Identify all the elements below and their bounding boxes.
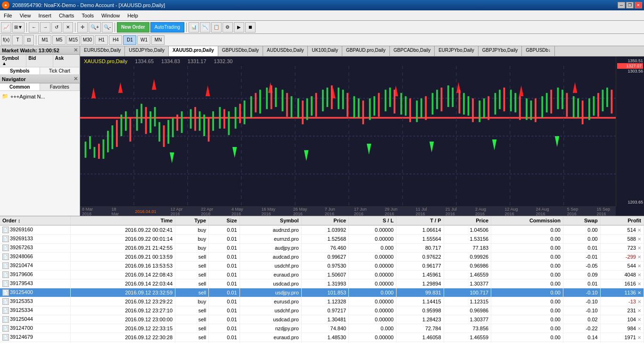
chart-tab-gbpusd[interactable]: GBPUSDbо,Daily: [218, 46, 263, 56]
col-commission[interactable]: Commission: [491, 216, 563, 225]
nav-tab-favorites[interactable]: Favorites: [40, 83, 80, 90]
close-order-icon[interactable]: ✕: [637, 272, 641, 278]
col-cprice[interactable]: Price: [444, 216, 491, 225]
close-order-icon[interactable]: ✕: [637, 263, 641, 269]
menu-view[interactable]: View: [16, 12, 35, 19]
navigator-close[interactable]: ✕: [74, 76, 78, 82]
cell-commission: 0.00: [491, 324, 563, 333]
tf-h1[interactable]: H1: [95, 35, 108, 45]
chart-tab-gbpaud[interactable]: GBPAUD.pro,Daily: [342, 46, 390, 56]
trading-area: Order ↕ Time Type Size Symbol Price S / …: [0, 216, 644, 343]
menu-file[interactable]: File: [0, 12, 16, 19]
close-order-icon[interactable]: ✕: [637, 254, 641, 260]
back-button[interactable]: ←: [29, 22, 39, 33]
svg-rect-65: [250, 96, 252, 118]
svg-rect-123: [550, 90, 552, 113]
svg-rect-48: [163, 125, 165, 147]
orders-table-container[interactable]: Order ↕ Time Type Size Symbol Price S / …: [0, 216, 644, 343]
cell-profit: 544 ✕: [600, 261, 644, 270]
zoom-out-button[interactable]: 🔍-: [102, 22, 113, 33]
close-order-icon[interactable]: ✕: [637, 290, 641, 295]
crosshair-button[interactable]: ✛: [77, 22, 88, 33]
forward-button[interactable]: →: [40, 22, 50, 33]
close-order-icon[interactable]: ✕: [637, 326, 641, 331]
new-order-button[interactable]: New Order: [117, 22, 149, 33]
col-order[interactable]: Order ↕: [0, 216, 71, 225]
mw-ask-col[interactable]: Ask: [53, 55, 80, 67]
svg-rect-105: [459, 90, 461, 113]
menu-window[interactable]: Window: [98, 12, 124, 19]
col-symbol[interactable]: Symbol: [239, 216, 301, 225]
cell-symbol: usdchf.pro: [239, 261, 301, 270]
menu-insert[interactable]: Insert: [34, 12, 55, 19]
close-order-icon[interactable]: ✕: [637, 308, 641, 313]
menu-charts[interactable]: Charts: [55, 12, 78, 19]
profiles-button[interactable]: ⊞▼: [12, 22, 25, 33]
cell-tp: 72.784: [396, 324, 444, 333]
navigator-item[interactable]: 📁 +++Agimat N...: [2, 93, 78, 100]
chart-tab-gbpjpy[interactable]: GBPJPYbo,Daily: [479, 46, 522, 56]
market-watch-close[interactable]: ✕: [74, 47, 78, 53]
close-order-icon[interactable]: ✕: [637, 317, 641, 322]
nav-tab-common[interactable]: Common: [0, 83, 40, 90]
toolbar-btn-3[interactable]: 📋: [211, 22, 222, 33]
close-order-icon[interactable]: ✕: [637, 228, 641, 233]
templates-button[interactable]: T: [12, 35, 23, 45]
tf-m15[interactable]: M15: [66, 35, 80, 45]
chart-tab-gbpusd2[interactable]: GBPUSDb↓: [522, 46, 555, 56]
mw-tab-symbols[interactable]: Symbols: [0, 67, 40, 74]
menu-help[interactable]: Help: [124, 12, 142, 19]
col-swap[interactable]: Swap: [563, 216, 600, 225]
tf-m5[interactable]: M5: [52, 35, 66, 45]
stop-button[interactable]: ✕: [63, 22, 73, 33]
objects-button[interactable]: ⊡: [24, 35, 34, 45]
chart-tab-usdjpy[interactable]: USDJPYbo,Daily: [125, 46, 169, 56]
new-chart-button[interactable]: 📈: [1, 22, 11, 33]
close-order-icon[interactable]: ✕: [637, 335, 641, 340]
mw-symbol-col[interactable]: Symbol ▲: [0, 55, 26, 67]
col-price[interactable]: Price: [301, 216, 349, 225]
toolbar-btn-5[interactable]: ▶: [234, 22, 244, 33]
mw-bid-col[interactable]: Bid: [26, 55, 53, 67]
chart-tab-audusd[interactable]: AUDUSDbо,Daily: [263, 46, 308, 56]
col-time[interactable]: Time: [71, 216, 175, 225]
col-type[interactable]: Type: [175, 216, 209, 225]
refresh-button[interactable]: ↺: [51, 22, 62, 33]
auto-trading-button[interactable]: AutoTrading: [150, 22, 184, 33]
col-tp[interactable]: T / P: [396, 216, 444, 225]
navigator-item-label: +++Agimat N...: [10, 94, 45, 99]
toolbar-btn-1[interactable]: 📊: [189, 22, 199, 33]
chart-tab-eurjpy[interactable]: EURJPYbo,Daily: [435, 46, 479, 56]
toolbar-btn-6[interactable]: ⏹: [245, 22, 256, 33]
tf-mn[interactable]: MN: [151, 35, 165, 45]
chart-tab-xauusd[interactable]: XAUUSD.pro,Daily: [169, 46, 218, 56]
indicators-button[interactable]: f(x): [1, 35, 11, 45]
close-order-icon[interactable]: ✕: [637, 299, 641, 304]
col-sl[interactable]: S / L: [349, 216, 396, 225]
chart-container[interactable]: XAUUSD.pro,Daily 1334.65 1334.83 1331.17…: [80, 57, 644, 216]
chart-tab-gbpcad[interactable]: GBPCADbо,Daily: [390, 46, 435, 56]
mw-tab-tick-chart[interactable]: Tick Chart: [40, 67, 80, 74]
tf-w1[interactable]: W1: [137, 35, 150, 45]
close-order-icon[interactable]: ✕: [637, 237, 641, 242]
col-profit[interactable]: Profit: [600, 216, 644, 225]
svg-rect-70: [275, 88, 277, 107]
tf-m30[interactable]: M30: [81, 35, 94, 45]
cell-sl: 0.000: [349, 288, 396, 297]
chart-tab-eurusd[interactable]: EURUSDbо,Daily: [80, 46, 125, 56]
toolbar-btn-4[interactable]: ⚙: [223, 22, 233, 33]
zoom-in-button[interactable]: 🔍+: [89, 22, 101, 33]
close-order-icon[interactable]: ✕: [637, 245, 641, 251]
tf-d1[interactable]: D1: [123, 35, 136, 45]
chart-tab-uk100[interactable]: UK100,Daily: [308, 46, 342, 56]
date-label-13: 21 Jul 2016: [446, 207, 461, 216]
close-order-icon[interactable]: ✕: [637, 281, 641, 286]
minimize-button[interactable]: ─: [618, 2, 625, 8]
toolbar-btn-2[interactable]: 📉: [200, 22, 210, 33]
menu-tools[interactable]: Tools: [78, 12, 98, 19]
restore-button[interactable]: ❐: [626, 2, 634, 8]
tf-h4[interactable]: H4: [109, 35, 122, 45]
close-button[interactable]: ✕: [635, 2, 642, 8]
tf-m1[interactable]: M1: [38, 35, 51, 45]
col-size[interactable]: Size: [209, 216, 239, 225]
